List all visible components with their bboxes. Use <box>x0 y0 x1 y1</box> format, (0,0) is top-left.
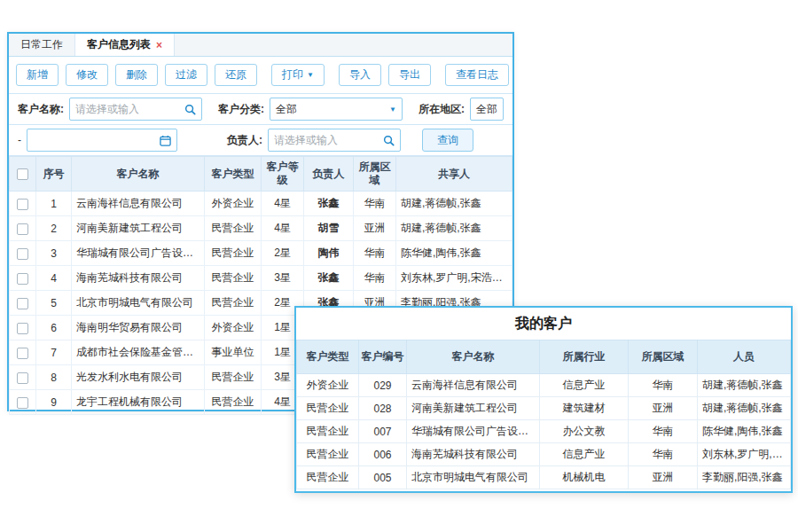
cell-customer-name[interactable]: 海南芜城科技有限公司 <box>72 266 205 291</box>
table-row[interactable]: 3华瑞城有限公司广告设计部民营企业2星陶伟华南陈华健,陶伟,张鑫 <box>10 241 512 266</box>
row-checkbox[interactable] <box>17 248 28 260</box>
row-checkbox-cell <box>10 316 36 340</box>
customer-name-input[interactable]: 请选择或输入 <box>69 98 202 121</box>
cell-customer-name[interactable]: 河南美新建筑工程公司 <box>407 397 540 420</box>
cell-customer-name[interactable]: 海南芜城科技有限公司 <box>407 443 540 466</box>
row-checkbox[interactable] <box>17 199 28 210</box>
cell-customer-name[interactable]: 北京市明城电气有限公司 <box>72 291 205 316</box>
customer-category-value: 全部 <box>276 102 389 117</box>
cell-index: 8 <box>36 365 72 390</box>
cell-customer-type: 外资企业 <box>205 192 262 216</box>
table-row[interactable]: 民营企业006海南芜城科技有限公司信息产业华南刘东林,罗广明,宋浩然... <box>297 443 791 466</box>
my-customers-title: 我的客户 <box>296 308 791 340</box>
header-customer-code: 客户编号 <box>359 340 407 374</box>
restore-button[interactable]: 还原 <box>215 64 257 86</box>
table-header-row: 客户类型 客户编号 客户名称 所属行业 所属区域 人员 <box>297 340 791 374</box>
chevron-down-icon: ▼ <box>307 71 314 79</box>
row-checkbox[interactable] <box>17 298 28 309</box>
row-checkbox[interactable] <box>17 323 28 334</box>
cell-customer-name[interactable]: 北京市明城电气有限公司 <box>407 466 540 489</box>
query-button[interactable]: 查询 <box>422 129 473 152</box>
customer-name-label: 客户名称: <box>18 102 64 117</box>
region-value: 全部 <box>476 102 497 117</box>
delete-button[interactable]: 删除 <box>115 64 158 86</box>
table-row[interactable]: 1云南海祥信息有限公司外资企业4星张鑫华南胡建,蒋德帧,张鑫 <box>10 192 512 216</box>
cell-customer-code[interactable]: 028 <box>359 397 407 420</box>
cell-owner[interactable]: 陶伟 <box>304 241 354 266</box>
cell-region: 华南 <box>354 266 396 291</box>
cell-owner[interactable]: 张鑫 <box>304 192 354 216</box>
export-button[interactable]: 导出 <box>388 64 431 86</box>
cell-people: 刘东林,罗广明,宋浩然... <box>698 443 791 466</box>
cell-customer-type: 外资企业 <box>205 316 262 340</box>
select-all-cell <box>10 157 36 192</box>
table-row[interactable]: 民营企业028河南美新建筑工程公司建筑建材亚洲胡建,蒋德帧,张鑫 <box>297 397 791 420</box>
import-button[interactable]: 导入 <box>339 64 381 86</box>
cell-customer-name[interactable]: 云南海祥信息有限公司 <box>407 374 540 397</box>
cell-customer-code[interactable]: 029 <box>359 374 407 397</box>
tab-daily-work[interactable]: 日常工作 <box>9 34 75 56</box>
table-row[interactable]: 2河南美新建筑工程公司民营企业4星胡雪亚洲胡建,蒋德帧,张鑫 <box>10 216 512 241</box>
close-icon[interactable]: × <box>156 40 162 51</box>
search-icon[interactable] <box>383 135 395 146</box>
header-customer-name: 客户名称 <box>407 340 540 374</box>
header-industry: 所属行业 <box>540 340 629 374</box>
select-all-checkbox[interactable] <box>17 168 28 180</box>
customer-category-select[interactable]: 全部 ▼ <box>270 98 403 121</box>
my-customers-table: 客户类型 客户编号 客户名称 所属行业 所属区域 人员 外资企业029云南海祥信… <box>296 340 791 489</box>
cell-index: 1 <box>36 192 72 216</box>
cell-customer-code[interactable]: 005 <box>359 466 407 489</box>
cell-customer-type: 民营企业 <box>205 291 262 316</box>
row-checkbox[interactable] <box>17 273 28 285</box>
table-row[interactable]: 外资企业029云南海祥信息有限公司信息产业华南胡建,蒋德帧,张鑫 <box>297 374 791 397</box>
search-icon[interactable] <box>184 104 196 115</box>
print-button-label: 打印 <box>282 67 303 82</box>
cell-index: 4 <box>36 266 72 291</box>
tab-customer-list[interactable]: 客户信息列表 × <box>75 34 175 56</box>
cell-customer-code[interactable]: 007 <box>359 420 407 443</box>
cell-customer-name[interactable]: 河南美新建筑工程公司 <box>72 216 205 241</box>
edit-button[interactable]: 修改 <box>66 64 108 86</box>
cell-customer-type: 民营企业 <box>297 397 359 420</box>
cell-customer-name[interactable]: 云南海祥信息有限公司 <box>72 192 205 216</box>
cell-industry: 信息产业 <box>540 374 629 397</box>
row-checkbox[interactable] <box>17 372 28 384</box>
print-button[interactable]: 打印 ▼ <box>271 64 325 86</box>
cell-customer-name[interactable]: 华瑞城有限公司广告设计部 <box>72 241 205 266</box>
cell-customer-level: 4星 <box>262 192 304 216</box>
filter-button[interactable]: 过滤 <box>165 64 207 86</box>
header-customer-type: 客户类型 <box>297 340 359 374</box>
add-button[interactable]: 新增 <box>16 64 59 86</box>
row-checkbox[interactable] <box>17 397 28 409</box>
cell-region: 华南 <box>629 420 698 443</box>
cell-customer-name[interactable]: 光发水利水电有限公司 <box>72 365 205 390</box>
owner-input[interactable]: 请选择或输入 <box>268 129 401 152</box>
date-input[interactable] <box>27 129 177 152</box>
table-row[interactable]: 民营企业005北京市明城电气有限公司机械机电亚洲李勤丽,阳强,张鑫 <box>297 466 791 489</box>
calendar-icon[interactable] <box>160 135 171 146</box>
row-checkbox[interactable] <box>17 348 28 359</box>
cell-customer-name[interactable]: 成都市社会保险基金管理... <box>72 340 205 365</box>
cell-customer-name[interactable]: 海南明华贸易有限公司 <box>72 316 205 340</box>
row-checkbox[interactable] <box>17 223 28 235</box>
cell-owner[interactable]: 胡雪 <box>304 216 354 241</box>
header-share: 共享人 <box>396 157 512 192</box>
cell-customer-code[interactable]: 006 <box>359 443 407 466</box>
cell-index: 5 <box>36 291 72 316</box>
cell-customer-name[interactable]: 龙宇工程机械有限公司 <box>72 390 205 415</box>
cell-index: 6 <box>36 316 72 340</box>
date-range-dash: - <box>18 134 21 146</box>
table-header-row: 序号 客户名称 客户类型 客户等级 负责人 所属区域 共享人 <box>10 157 512 192</box>
cell-owner[interactable]: 张鑫 <box>304 266 354 291</box>
cell-industry: 建筑建材 <box>540 397 629 420</box>
view-log-button[interactable]: 查看日志 <box>445 64 509 86</box>
cell-customer-name[interactable]: 华瑞城有限公司广告设计部 <box>407 420 540 443</box>
cell-index: 7 <box>36 340 72 365</box>
table-row[interactable]: 4海南芜城科技有限公司民营企业3星张鑫华南刘东林,罗广明,宋浩然,张鑫 <box>10 266 512 291</box>
cell-customer-level: 3星 <box>262 266 304 291</box>
region-select[interactable]: 全部 <box>470 98 504 121</box>
cell-customer-type: 外资企业 <box>297 374 359 397</box>
table-row[interactable]: 民营企业007华瑞城有限公司广告设计部办公文教华南陈华健,陶伟,张鑫 <box>297 420 791 443</box>
cell-industry: 信息产业 <box>540 443 629 466</box>
cell-customer-level: 2星 <box>262 241 304 266</box>
